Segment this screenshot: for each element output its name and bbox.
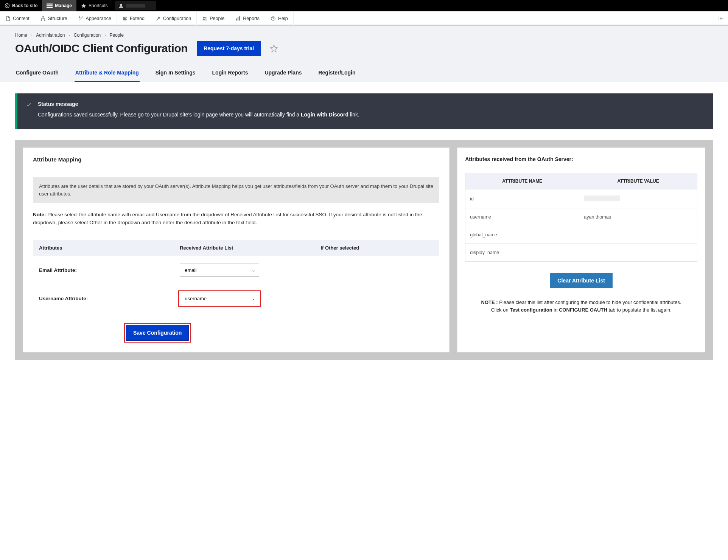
drupal-toolbar: Back to site Manage Shortcuts: [0, 0, 728, 11]
puzzle-icon: [122, 16, 128, 21]
breadcrumb-item[interactable]: Administration: [36, 33, 65, 38]
svg-rect-5: [42, 16, 44, 17]
arrow-left-bar-icon: [718, 16, 724, 21]
adminmenu-content[interactable]: Content: [0, 11, 35, 26]
bars-icon: [235, 16, 241, 21]
col-attributes: Attributes: [39, 245, 180, 251]
primary-tabs: Configure OAuthAttribute & Role MappingS…: [15, 66, 713, 82]
adminmenu-appearance[interactable]: Appearance: [73, 11, 117, 26]
tab-configure-oauth[interactable]: Configure OAuth: [15, 66, 59, 82]
redacted-value: [584, 195, 620, 201]
breadcrumb-item[interactable]: Configuration: [74, 33, 101, 38]
note-text-2e: tab to populate the list again.: [607, 307, 672, 313]
shortcuts-label: Shortcuts: [89, 3, 108, 8]
mapping-select-0[interactable]: email: [180, 264, 259, 277]
received-attributes-panel: Attributes received from the OAuth Serve…: [457, 147, 705, 352]
chevron-right-icon: ›: [104, 33, 106, 37]
mapping-table: Attributes Received Attribute List If Ot…: [33, 240, 439, 313]
tab-attribute-role-mapping[interactable]: Attribute & Role Mapping: [75, 66, 140, 82]
svg-point-8: [203, 17, 205, 19]
attr-name-cell: username: [465, 208, 579, 226]
note-label: Note:: [33, 212, 46, 217]
adminmenu-people[interactable]: People: [197, 11, 230, 26]
mapping-select-wrap: email⌄: [180, 264, 259, 277]
svg-rect-6: [41, 19, 42, 20]
admin-menu: ContentStructureAppearanceExtendConfigur…: [0, 11, 728, 26]
tab-register-login[interactable]: Register/Login: [317, 66, 356, 82]
received-attributes-table: ATTRIBUTE NAME ATTRIBUTE VALUE idusernam…: [465, 173, 697, 262]
status-text-pre: Configurations saved successfully. Pleas…: [38, 112, 301, 118]
svg-rect-10: [236, 19, 237, 20]
table-row: id: [465, 189, 697, 208]
adminmenu-label: Help: [278, 16, 288, 21]
svg-point-9: [205, 17, 207, 19]
adminmenu-label: Configuration: [163, 16, 191, 21]
received-attributes-scroll[interactable]: ATTRIBUTE NAME ATTRIBUTE VALUE idusernam…: [465, 173, 697, 262]
svg-rect-3: [47, 7, 53, 8]
adminmenu-label: People: [210, 16, 224, 21]
attribute-mapping-title: Attribute Mapping: [33, 156, 439, 163]
status-text-bold: Login with Discord: [301, 112, 348, 118]
status-text-post: link.: [348, 112, 359, 118]
table-row: usernameayan thomas: [465, 208, 697, 226]
manage-toggle[interactable]: Manage: [42, 0, 76, 11]
manage-label: Manage: [55, 3, 72, 8]
user-menu[interactable]: [115, 1, 156, 10]
svg-rect-2: [47, 5, 53, 6]
breadcrumb-item[interactable]: Home: [15, 33, 27, 38]
breadcrumb: Home›Administration›Configuration›People: [15, 33, 713, 38]
mapping-row-label: Email Attribute:: [39, 267, 180, 273]
attribute-mapping-info: Attributes are the user details that are…: [33, 177, 439, 203]
adminmenu-configuration[interactable]: Configuration: [150, 11, 197, 26]
clear-attribute-list-button[interactable]: Clear Attribute List: [550, 273, 613, 288]
mapping-select-1[interactable]: username: [180, 292, 259, 305]
table-row: global_name: [465, 226, 697, 244]
tab-login-reports[interactable]: Login Reports: [212, 66, 249, 82]
col-other: If Other selected: [320, 245, 433, 251]
attr-value-cell: [579, 226, 697, 244]
attr-value-cell: [579, 189, 697, 208]
attr-value-cell: [579, 244, 697, 262]
adminmenu-structure[interactable]: Structure: [35, 11, 73, 26]
chevron-right-icon: ›: [68, 33, 70, 37]
svg-rect-12: [239, 16, 240, 20]
mapping-table-head: Attributes Received Attribute List If Ot…: [33, 240, 439, 256]
file-icon: [5, 16, 11, 21]
wand-icon: [78, 16, 84, 21]
tab-sign-in-settings[interactable]: Sign In Settings: [155, 66, 196, 82]
adminmenu-label: Appearance: [86, 16, 111, 21]
note-text: Please select the attribute name with em…: [33, 212, 422, 225]
svg-rect-1: [47, 3, 53, 4]
request-trial-button[interactable]: Request 7-days trial: [197, 41, 261, 56]
col-attr-value: ATTRIBUTE VALUE: [579, 173, 697, 189]
user-icon: [118, 3, 124, 8]
people-icon: [202, 16, 207, 21]
back-to-site-link[interactable]: Back to site: [0, 0, 42, 11]
note-label: NOTE :: [481, 299, 498, 305]
adminmenu-reports[interactable]: Reports: [230, 11, 265, 26]
shortcuts-link[interactable]: Shortcuts: [76, 0, 112, 11]
mapping-row: Email Attribute:email⌄: [33, 256, 439, 284]
hamburger-icon: [47, 3, 53, 8]
svg-rect-11: [238, 17, 238, 20]
attr-value-cell: ayan thomas: [579, 208, 697, 226]
col-received: Received Attribute List: [180, 245, 320, 251]
adminmenu-help[interactable]: Help: [265, 11, 294, 26]
save-configuration-button[interactable]: Save Configuration: [126, 325, 189, 341]
mapping-row-label: Username Attribute:: [39, 296, 180, 301]
wrench-icon: [156, 16, 161, 21]
toolbar-orientation-toggle[interactable]: [714, 11, 728, 26]
page-header: Home›Administration›Configuration›People…: [0, 26, 728, 82]
help-icon: [271, 16, 276, 21]
adminmenu-label: Content: [13, 16, 30, 21]
mapping-row: Username Attribute:username⌄: [33, 284, 439, 313]
status-title: Status message: [38, 101, 702, 107]
tab-upgrade-plans[interactable]: Upgrade Plans: [264, 66, 302, 82]
user-name-redacted: [126, 4, 145, 8]
breadcrumb-item[interactable]: People: [109, 33, 123, 38]
page-body: Status message Configurations saved succ…: [0, 82, 728, 371]
col-attr-name: ATTRIBUTE NAME: [465, 173, 579, 189]
adminmenu-extend[interactable]: Extend: [117, 11, 150, 26]
star-icon: [81, 3, 86, 8]
favorite-star-icon[interactable]: [270, 44, 278, 53]
